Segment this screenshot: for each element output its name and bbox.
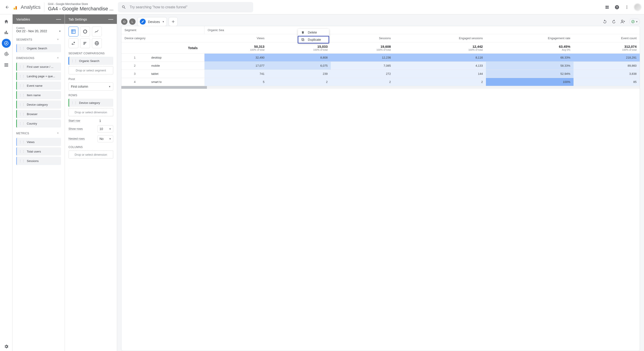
col-device-category[interactable]: Device category: [121, 34, 204, 42]
svg-point-7: [626, 8, 627, 9]
chevron-down-icon: ▼: [109, 138, 111, 140]
analytics-logo-icon: [12, 4, 19, 10]
line-chart-icon: [94, 29, 99, 34]
svg-rect-32: [302, 39, 304, 41]
table-row[interactable]: 2 mobile 17,077 6,075 7,085 4,133 58.33%…: [121, 62, 640, 70]
nav-explore[interactable]: [2, 39, 11, 48]
dimension-chip-label: First user source / ...: [27, 65, 53, 69]
property-selector[interactable]: GA4 - Google Merchandise Store GA4 - Goo…: [44, 3, 114, 12]
svg-rect-25: [84, 43, 86, 44]
metric-chip[interactable]: ⋮⋮Views: [16, 138, 61, 146]
svg-rect-16: [4, 66, 8, 67]
date-range-picker[interactable]: Oct 22 - Nov 20, 2022 ▼: [16, 29, 61, 33]
cell-views: 741: [204, 70, 268, 78]
table-row[interactable]: 1 desktop 32,490 8,808 12,236 8,116 66.3…: [121, 54, 640, 62]
add-tab-button[interactable]: [169, 17, 178, 26]
variables-minimize-button[interactable]: —: [56, 16, 61, 22]
property-path: GA4 - Google Merchandise Store: [48, 3, 114, 6]
segment-comparison-chip[interactable]: ⋮⋮Organic Search: [68, 57, 113, 65]
add-dimension-button[interactable]: ＋: [56, 56, 61, 60]
pivot-select[interactable]: First column▼: [68, 83, 113, 91]
table-row[interactable]: 3 tablet 741 239 272 144 52.94% 3,838: [121, 70, 640, 78]
drop-column-dimension-zone[interactable]: Drop or select dimension: [68, 151, 113, 159]
menu-delete[interactable]: Delete: [298, 29, 329, 36]
cell-events: 218,291: [574, 54, 640, 62]
menu-duplicate[interactable]: Duplicate: [298, 36, 329, 43]
metric-chip-label: Views: [27, 140, 34, 144]
nav-configure[interactable]: [2, 60, 11, 69]
dimension-chip[interactable]: ⋮⋮Country: [16, 119, 61, 128]
more-button[interactable]: [624, 5, 630, 10]
viz-scatter-button[interactable]: [68, 38, 78, 48]
svg-point-21: [72, 44, 73, 45]
table-icon: [71, 29, 76, 34]
dimension-chip[interactable]: ⋮⋮Device category: [16, 101, 61, 109]
scrollbar-thumb[interactable]: [121, 86, 207, 89]
analytics-title: Analytics: [21, 4, 40, 10]
horizontal-scrollbar[interactable]: [121, 86, 640, 89]
dimension-chip[interactable]: ⋮⋮Landing page + que...: [16, 72, 61, 80]
tab-dropdown-button[interactable]: ▼: [162, 21, 164, 23]
help-button[interactable]: ?: [614, 5, 620, 10]
viz-line-button[interactable]: [92, 27, 102, 37]
segment-comparisons-label: SEGMENT COMPARISONS: [68, 52, 113, 55]
show-rows-value: 10: [100, 127, 103, 131]
apps-button[interactable]: [604, 5, 610, 10]
drop-row-dimension-zone[interactable]: Drop or select dimension: [68, 108, 113, 116]
columns-label: COLUMNS: [68, 146, 113, 149]
viz-table-button[interactable]: [68, 27, 78, 37]
search-placeholder: Try searching "how to create funnel": [130, 5, 187, 9]
dimension-chip[interactable]: ⋮⋮Event name: [16, 82, 61, 90]
active-tab[interactable]: Devices ▼: [137, 17, 167, 26]
back-button[interactable]: [3, 3, 12, 12]
add-segment-button[interactable]: ＋: [56, 37, 61, 42]
viz-bar-button[interactable]: [80, 38, 90, 48]
col-engagement-rate[interactable]: Engagement rate: [486, 34, 574, 42]
scatter-icon: [71, 41, 76, 46]
col-event-count[interactable]: Event count: [574, 34, 640, 42]
nav-advertising[interactable]: [2, 50, 11, 59]
copy-icon: [301, 38, 305, 42]
redo-button[interactable]: [611, 19, 616, 24]
svg-rect-33: [302, 39, 304, 40]
help-icon: ?: [614, 5, 620, 10]
dimension-chip[interactable]: ⋮⋮First user source / ...: [16, 63, 61, 71]
account-avatar[interactable]: [634, 4, 641, 11]
share-button[interactable]: [620, 19, 626, 24]
arrow-left-icon: [5, 5, 10, 10]
col-sessions[interactable]: Sessions: [331, 34, 394, 42]
col-views[interactable]: Views: [204, 34, 268, 42]
metric-chip[interactable]: ⋮⋮Total users: [16, 147, 61, 155]
col-engaged-sessions[interactable]: Engaged sessions: [394, 34, 486, 42]
dimension-chip[interactable]: ⋮⋮Item name: [16, 91, 61, 99]
drop-segment-zone[interactable]: Drop or select segment: [68, 66, 113, 74]
row-dimension-chip[interactable]: ⋮⋮Device category: [68, 99, 113, 107]
nav-reports[interactable]: [2, 28, 11, 37]
viz-donut-button[interactable]: [80, 27, 90, 37]
show-rows-select[interactable]: 10▼: [98, 125, 113, 133]
metric-chip[interactable]: ⋮⋮Sessions: [16, 157, 61, 165]
svg-rect-15: [4, 65, 8, 65]
tab-l[interactable]: L: [129, 19, 136, 25]
undo-button[interactable]: [602, 19, 608, 24]
redo-icon: [612, 19, 616, 24]
nested-rows-select[interactable]: No▼: [98, 135, 113, 142]
table-row[interactable]: 4 smart tv 5 2 2 2 100% 85: [121, 78, 640, 86]
dimension-chip[interactable]: ⋮⋮Browser: [16, 110, 61, 118]
tab-settings-minimize-button[interactable]: —: [108, 16, 113, 22]
more-vert-icon: [625, 5, 629, 10]
add-metric-button[interactable]: ＋: [56, 131, 61, 136]
check-circle-icon: [631, 20, 635, 24]
start-row-input[interactable]: 1: [98, 119, 113, 123]
nav-admin[interactable]: [2, 342, 11, 351]
tab-o[interactable]: O: [121, 19, 128, 25]
segment-chip-label: Organic Search: [27, 47, 47, 50]
viz-geo-button[interactable]: [92, 38, 102, 48]
status-indicator[interactable]: ▼: [629, 19, 640, 25]
segment-chip[interactable]: ⋮⋮Organic Search: [16, 44, 61, 52]
dimension-chip-label: Device category: [27, 103, 48, 106]
property-name: GA4 - Google Merchandise ...: [48, 6, 114, 12]
search-input[interactable]: Try searching "how to create funnel": [118, 2, 253, 13]
edit-tab-button[interactable]: [140, 19, 146, 25]
nav-home[interactable]: [2, 17, 11, 26]
